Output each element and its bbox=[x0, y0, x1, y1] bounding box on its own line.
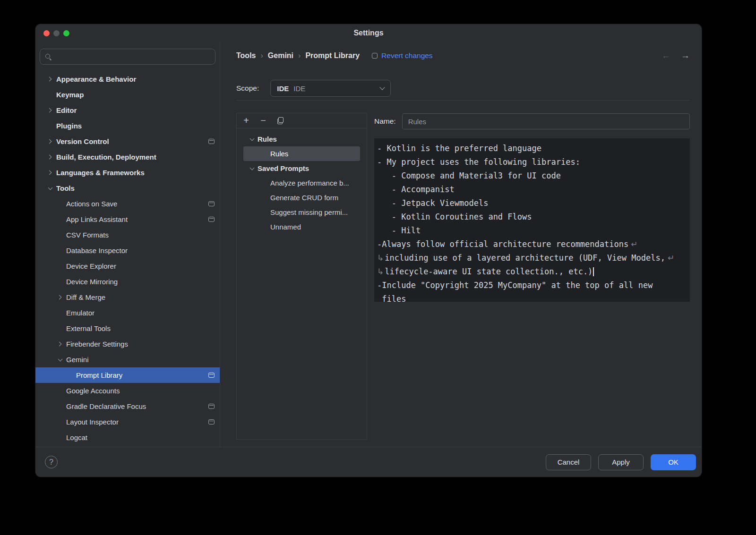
editor-line-text: - Kotlin Coroutines and Flows bbox=[377, 212, 532, 221]
remove-button[interactable]: − bbox=[258, 116, 268, 126]
sidebar-item[interactable]: Firebender Settings bbox=[35, 336, 220, 352]
sidebar-item-gutter bbox=[54, 296, 66, 299]
sidebar-item[interactable]: Tools bbox=[35, 180, 220, 196]
screen-icon bbox=[208, 139, 215, 144]
search-box[interactable] bbox=[40, 49, 215, 65]
sidebar-item[interactable]: Database Inspector bbox=[35, 243, 220, 258]
sidebar-item[interactable]: Google Accounts bbox=[35, 383, 220, 399]
search-input[interactable] bbox=[55, 53, 210, 60]
breadcrumb-item-tools[interactable]: Tools bbox=[236, 51, 256, 60]
prompt-tree-row[interactable]: Analyze performance b... bbox=[243, 176, 360, 190]
scope-selected-tag: IDE bbox=[277, 85, 289, 93]
forward-arrow-icon[interactable]: → bbox=[681, 51, 690, 61]
soft-wrap-icon bbox=[377, 253, 385, 263]
chevron-right-icon bbox=[47, 77, 52, 82]
scope-selected-value: IDE bbox=[293, 85, 305, 93]
prompt-tree-row[interactable]: Unnamed bbox=[243, 220, 360, 234]
titlebar: Settings bbox=[35, 24, 702, 42]
editor-line: -Always follow official architecture rec… bbox=[377, 238, 685, 251]
sidebar-item-label: Emulator bbox=[66, 309, 94, 317]
chevron-down-icon bbox=[58, 357, 62, 361]
soft-wrap-icon bbox=[628, 239, 637, 249]
prompt-tree-row[interactable]: Saved Prompts bbox=[243, 161, 360, 176]
editor-line: -Include "Copyright 2025 MyCompany" at t… bbox=[377, 279, 685, 292]
duplicate-icon bbox=[277, 117, 284, 124]
sidebar-item-label: Appearance & Behavior bbox=[56, 75, 136, 83]
sidebar-item-label: Device Explorer bbox=[66, 262, 116, 270]
sidebar-item-label: Logcat bbox=[66, 433, 87, 442]
breadcrumb-item-prompt-library: Prompt Library bbox=[305, 51, 360, 60]
apply-button[interactable]: Apply bbox=[598, 454, 644, 470]
sidebar-item[interactable]: Gradle Declarative Focus bbox=[35, 399, 220, 414]
scope-label: Scope: bbox=[236, 84, 259, 93]
editor-line-text: - Jetpack Viewmodels bbox=[377, 198, 488, 208]
sidebar-item-label: CSV Formats bbox=[66, 231, 109, 239]
prompt-editor[interactable]: - Kotlin is the preferred language- My p… bbox=[374, 138, 690, 302]
chevron-right-icon bbox=[47, 139, 52, 144]
window-title: Settings bbox=[35, 29, 702, 37]
sidebar-item[interactable]: Appearance & Behavior bbox=[35, 71, 220, 87]
breadcrumb-separator: › bbox=[298, 51, 301, 60]
prompt-list-panel: + − Rules bbox=[236, 113, 367, 440]
sidebar-item[interactable]: Layout Inspector bbox=[35, 414, 220, 430]
settings-main: Tools › Gemini › Prompt Library Revert c… bbox=[220, 42, 702, 447]
screen-icon bbox=[208, 217, 215, 222]
sidebar-item-label: App Links Assistant bbox=[66, 215, 128, 223]
prompt-tree: Rules Rules Saved Prompts bbox=[237, 128, 367, 234]
name-input[interactable] bbox=[402, 113, 690, 129]
editor-line: including use of a layered architecture … bbox=[377, 251, 685, 265]
sidebar-item-label: Gradle Declarative Focus bbox=[66, 402, 146, 410]
settings-sidebar: Appearance & Behavior Keymap Editor bbox=[35, 42, 220, 447]
sidebar-item-gutter bbox=[44, 187, 56, 189]
chevron-down-icon bbox=[249, 136, 254, 141]
sidebar-item[interactable]: Build, Execution, Deployment bbox=[35, 149, 220, 165]
sidebar-item[interactable]: Diff & Merge bbox=[35, 289, 220, 305]
prompt-tree-label: Rules bbox=[258, 135, 277, 143]
cancel-button[interactable]: Cancel bbox=[546, 454, 591, 470]
ok-button[interactable]: OK bbox=[651, 454, 696, 470]
editor-line: - My project uses the following librarie… bbox=[377, 155, 685, 169]
prompt-tree-row[interactable]: Suggest missing permi... bbox=[243, 205, 360, 220]
prompt-tree-row[interactable]: Rules bbox=[243, 132, 360, 146]
soft-wrap-icon bbox=[377, 267, 385, 276]
prompt-tree-gutter bbox=[246, 138, 258, 140]
scope-select[interactable]: IDE IDE bbox=[270, 80, 391, 97]
sidebar-item[interactable]: Logcat bbox=[35, 430, 220, 445]
sidebar-item[interactable]: Prompt Library bbox=[35, 367, 220, 383]
sidebar-item[interactable]: Languages & Frameworks bbox=[35, 165, 220, 180]
sidebar-item[interactable]: Emulator bbox=[35, 305, 220, 321]
sidebar-item[interactable]: Device Mirroring bbox=[35, 274, 220, 289]
sidebar-item[interactable]: Device Explorer bbox=[35, 258, 220, 274]
add-button[interactable]: + bbox=[241, 116, 251, 126]
sidebar-item-gutter bbox=[44, 140, 56, 143]
prompt-detail: Name: - Kotlin is the preferred language… bbox=[374, 113, 690, 447]
footer: ? Cancel Apply OK bbox=[35, 447, 702, 477]
sidebar-item-label: Diff & Merge bbox=[66, 293, 105, 301]
sidebar-item-label: Database Inspector bbox=[66, 246, 128, 255]
sidebar-item-label: Gemini bbox=[66, 356, 89, 364]
sidebar-item-label: Device Mirroring bbox=[66, 278, 118, 286]
back-arrow-icon[interactable]: ← bbox=[662, 51, 670, 61]
help-button[interactable]: ? bbox=[45, 456, 58, 468]
revert-changes-link[interactable]: Revert changes bbox=[372, 51, 433, 60]
sidebar-item[interactable]: Version Control bbox=[35, 134, 220, 149]
sidebar-tree: Appearance & Behavior Keymap Editor bbox=[35, 71, 220, 447]
duplicate-button[interactable] bbox=[275, 116, 285, 126]
sidebar-item-label: Keymap bbox=[56, 91, 84, 99]
sidebar-item[interactable]: Plugins bbox=[35, 118, 220, 134]
sidebar-item-label: Languages & Frameworks bbox=[56, 169, 145, 177]
history-nav: ← → bbox=[662, 51, 690, 61]
prompt-tree-row[interactable]: Generate CRUD form bbox=[243, 190, 360, 205]
breadcrumb-item-gemini[interactable]: Gemini bbox=[268, 51, 293, 60]
sidebar-item[interactable]: Actions on Save bbox=[35, 196, 220, 212]
sidebar-item[interactable]: External Tools bbox=[35, 321, 220, 336]
sidebar-item[interactable]: Editor bbox=[35, 102, 220, 118]
sidebar-item[interactable]: CSV Formats bbox=[35, 227, 220, 243]
sidebar-item[interactable]: Keymap bbox=[35, 87, 220, 102]
editor-line: files bbox=[377, 292, 685, 302]
sidebar-item-label: Editor bbox=[56, 106, 77, 114]
sidebar-item[interactable]: Gemini bbox=[35, 352, 220, 367]
sidebar-item[interactable]: App Links Assistant bbox=[35, 212, 220, 227]
prompt-tree-row[interactable]: Rules bbox=[243, 146, 360, 161]
prompt-tree-label: Unnamed bbox=[270, 223, 301, 231]
